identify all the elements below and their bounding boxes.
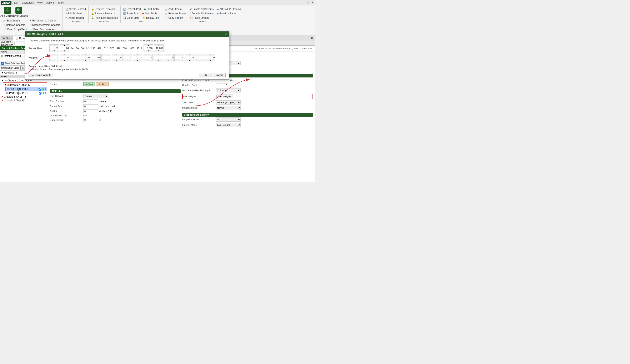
pkt-9216-down[interactable]: ▼ — [144, 50, 153, 52]
w5b-up[interactable]: ▲ — [143, 54, 152, 56]
w0b-up[interactable]: ▲ — [60, 54, 69, 56]
ber-start-button[interactable]: ▶ Start — [83, 82, 95, 86]
tree-item-chassis4[interactable]: ✕ Chassis 4 'ANLT - 3' — [0, 95, 47, 99]
pkt-60a-up[interactable]: ▲ — [50, 44, 59, 46]
delete-testbed-button[interactable]: ✕ Delete Testbed — [64, 16, 87, 20]
w0e-up[interactable]: ▲ — [196, 54, 204, 56]
w2-input[interactable] — [133, 56, 142, 59]
set-default-weights-button[interactable]: Set Default Weights — [28, 73, 53, 77]
tree-item-port0[interactable]: ◫ Port 0 'QSFPDD' — [6, 87, 47, 91]
w4a-down[interactable]: ▼ — [164, 59, 173, 61]
w0e-input[interactable] — [196, 56, 204, 59]
w3-down[interactable]: ▼ — [102, 59, 111, 61]
port-tx-mode-select[interactable]: Normal Strict Uniform Sequential — [83, 94, 108, 98]
discover-chassis-button[interactable]: 🔍 Discover Chassis — [13, 6, 24, 18]
w0c-input[interactable] — [70, 56, 80, 59]
minimize-button[interactable]: — — [302, 1, 306, 4]
enable-all-streams-button[interactable]: ✔ Enable All Streams — [188, 7, 215, 11]
pkt-12288-input[interactable] — [154, 46, 163, 50]
equalize-rates-button[interactable]: ◈ Equalize Rates — [216, 11, 242, 16]
w5b-input[interactable] — [143, 56, 152, 59]
loopback-mode-select[interactable]: Off On — [216, 117, 240, 122]
packet-rate-input[interactable] — [83, 104, 98, 108]
dialog-ok-button[interactable]: OK — [199, 73, 212, 77]
w0c-down[interactable]: ▼ — [70, 59, 80, 61]
disable-all-streams-button[interactable]: ○ Disable All Streams — [188, 11, 215, 16]
menu-edit[interactable]: Edit — [12, 1, 20, 4]
w0d-down[interactable]: ▼ — [81, 59, 90, 61]
w1b-down[interactable]: ▼ — [154, 59, 163, 61]
release-resource-button[interactable]: 🔓 Release Resource — [90, 11, 119, 16]
pkt-12288-up[interactable]: ▲ — [154, 44, 163, 46]
reset-port-button[interactable]: 🔄 Reset Port — [122, 11, 140, 16]
w3-up[interactable]: ▲ — [102, 54, 111, 56]
w0a-down[interactable]: ▼ — [50, 59, 59, 61]
w1a-up[interactable]: ▲ — [122, 54, 132, 56]
set-weights-button[interactable]: Set Weights — [216, 94, 233, 98]
create-testbed-button[interactable]: 📋 Create Testbed — [64, 7, 87, 11]
disconnect-button[interactable]: ✕ Disconnect from Chassis — [28, 23, 61, 27]
close-tab-button[interactable]: ✕ — [310, 37, 314, 39]
start-traffic-button[interactable]: ▶ Start Traffic — [143, 7, 160, 11]
w5-up[interactable]: ▲ — [112, 54, 121, 56]
refresh-port-button[interactable]: 🔄 Refresh Port — [122, 7, 142, 11]
w0f-down[interactable]: ▼ — [206, 59, 215, 61]
relinquish-resource-button[interactable]: 🔓 Relinquish Resource — [90, 16, 119, 20]
pkt-9216-up[interactable]: ▲ — [144, 44, 153, 46]
reserve-resource-button[interactable]: 🔒 Reserve Resource — [90, 7, 119, 11]
w18-up[interactable]: ▲ — [185, 54, 194, 56]
w57-down[interactable]: ▼ — [91, 59, 100, 61]
port0-checkbox[interactable] — [38, 88, 41, 91]
w0c-up[interactable]: ▲ — [70, 54, 80, 56]
w5-down[interactable]: ▼ — [112, 59, 121, 61]
w3-input[interactable] — [102, 56, 111, 59]
w4b-up[interactable]: ▲ — [174, 54, 184, 56]
pkt-12288-down[interactable]: ▼ — [154, 50, 163, 52]
w0a-input[interactable] — [50, 56, 59, 59]
tree-item-chassis6[interactable]: ✕ Chassis 6 'Test 42' — [0, 99, 47, 102]
menu-view[interactable]: View — [36, 1, 44, 4]
close-button[interactable]: ✕ — [310, 1, 314, 4]
copy-stream-button[interactable]: 📋 Copy Stream — [163, 16, 188, 20]
rate-fraction-input[interactable] — [83, 99, 98, 103]
pkt-60b-input[interactable] — [60, 46, 69, 50]
paste-stream-button[interactable]: 📋 Paste Stream — [188, 16, 215, 20]
w0f-up[interactable]: ▲ — [206, 54, 215, 56]
pkt-9216-input[interactable] — [144, 46, 153, 50]
w0d-up[interactable]: ▲ — [81, 54, 90, 56]
menu-options[interactable]: Options — [44, 1, 56, 4]
w4b-down[interactable]: ▼ — [174, 59, 184, 61]
menu-tools[interactable]: Tools — [56, 1, 65, 4]
remove-stream-button[interactable]: 📊 Remove Stream — [163, 11, 188, 16]
w18-input[interactable] — [185, 56, 194, 59]
max-stream-header-select[interactable]: 128 bytes 64 bytes — [216, 88, 240, 92]
bit-rate-input[interactable] — [83, 109, 98, 113]
ber-stop-button[interactable]: ⏹ Stop — [96, 82, 108, 86]
w57-input[interactable] — [91, 56, 100, 59]
w4a-up[interactable]: ▲ — [164, 54, 173, 56]
tree-item-module4[interactable]: ▼ ▦ Module 4 'Thor 4C' — [3, 82, 47, 87]
w0e-down[interactable]: ▼ — [196, 59, 204, 61]
latency-mode-select[interactable]: Last-To-Last First-To-Last — [216, 123, 240, 127]
w57-up[interactable]: ▲ — [91, 54, 100, 56]
tpld-size-select[interactable]: Default (20 bytes) 4 bytes — [216, 100, 240, 104]
replay-file-button[interactable]: 📁 Replay File — [141, 16, 160, 20]
remove-chassis-button[interactable]: ✕ Remove Chassis — [2, 23, 28, 27]
port1-checkbox[interactable] — [39, 92, 42, 94]
dialog-cancel-button[interactable]: Cancel — [213, 73, 226, 77]
w18-down[interactable]: ▼ — [185, 59, 194, 61]
edit-testbed-button[interactable]: ✕ Edit Testbed — [64, 11, 87, 16]
w0b-input[interactable] — [60, 56, 69, 59]
add-stream-button[interactable]: 📊 Add Stream — [163, 7, 188, 11]
w0b-down[interactable]: ▼ — [60, 59, 69, 61]
clear-stats-button[interactable]: 📊 Clear Stats — [122, 16, 140, 20]
pkt-60b-up[interactable]: ▲ — [60, 44, 69, 46]
w2-down[interactable]: ▼ — [133, 59, 142, 61]
burst-period-input[interactable] — [83, 118, 98, 122]
reconnect-button[interactable]: ✕ Reconnect to Chassis — [28, 18, 61, 23]
show-used-ports-checkbox[interactable] — [1, 62, 4, 65]
maximize-button[interactable]: □ — [306, 1, 310, 4]
payload-mode-select[interactable]: Normal Random — [216, 106, 240, 110]
dialog-close-button[interactable]: ✕ — [224, 32, 227, 36]
w1a-down[interactable]: ▼ — [122, 59, 132, 61]
